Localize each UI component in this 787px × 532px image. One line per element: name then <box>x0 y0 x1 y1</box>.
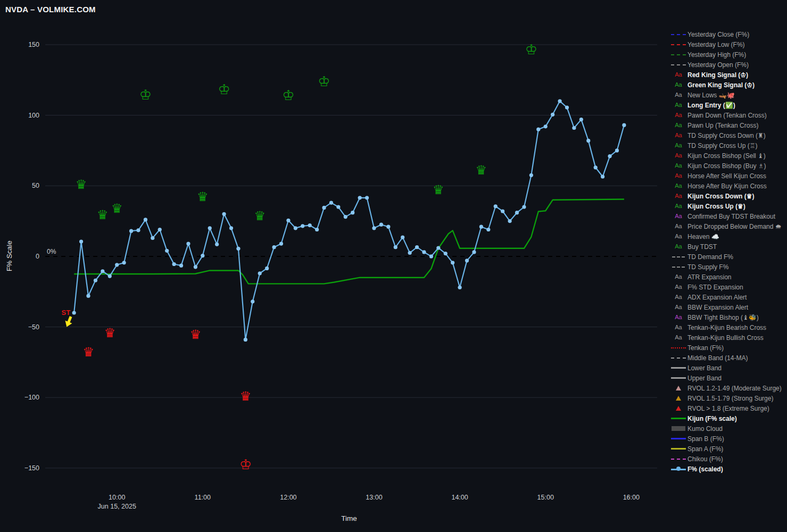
legend-item-4[interactable]: AaRed King Signal (♔) <box>669 70 787 80</box>
f-percent-marker <box>386 225 390 229</box>
legend-item-1[interactable]: Yesterday Low (F%) <box>669 39 787 49</box>
red-queen-marker: ♛ <box>82 345 94 360</box>
legend-item-21[interactable]: AaBuy TDST <box>669 242 787 252</box>
f-percent-marker <box>472 250 476 254</box>
legend-item-31[interactable]: Tenkan (F%) <box>669 343 787 353</box>
legend-item-14[interactable]: AaHorse After Sell Kijun Cross <box>669 171 787 181</box>
legend-item-label: New Lows 🛶🐙 <box>687 92 735 99</box>
green-king-marker: ♔ <box>218 81 230 97</box>
legend-item-label: TD Demand F% <box>687 253 733 261</box>
f-percent-marker <box>494 204 498 208</box>
legend-item-label: Green King Signal (♔) <box>687 81 755 89</box>
legend-swatch-icon <box>669 377 687 379</box>
legend-item-label: Heaven ☁️ <box>687 233 719 240</box>
legend-item-label: F% (scaled) <box>687 466 723 473</box>
legend-swatch-icon: Aa <box>669 244 687 250</box>
legend-swatch-icon <box>669 396 687 401</box>
legend-item-12[interactable]: AaKijun Cross Bishop (Sell ♝) <box>669 151 787 161</box>
x-tick-label: 16:00 <box>623 494 640 501</box>
legend-item-30[interactable]: AaTenkan-Kijun Bullish Cross <box>669 332 787 343</box>
legend-item-39[interactable]: Kumo Cloud <box>669 423 787 434</box>
legend-item-label: Kijun Cross Up (♛) <box>687 203 745 210</box>
y-tick-label: 100 <box>28 112 39 119</box>
legend-item-3[interactable]: Yesterday Open (F%) <box>669 60 787 70</box>
legend-item-35[interactable]: RVOL 1.2-1.49 (Moderate Surge) <box>669 383 787 393</box>
legend-item-37[interactable]: RVOL > 1.8 (Extreme Surge) <box>669 403 787 413</box>
f-percent-marker <box>486 228 490 231</box>
green-king-marker: ♔ <box>139 87 152 103</box>
legend-item-34[interactable]: Upper Band <box>669 373 787 383</box>
legend-swatch-icon: Aa <box>669 102 687 108</box>
legend-item-29[interactable]: AaTenkan-Kijun Bearish Cross <box>669 322 787 332</box>
legend-item-20[interactable]: AaHeaven ☁️ <box>669 231 787 242</box>
legend-item-15[interactable]: AaHorse After Buy Kijun Cross <box>669 181 787 191</box>
y-tick-label: −150 <box>24 464 39 472</box>
f-percent-marker <box>186 242 190 245</box>
f-percent-marker <box>115 263 119 267</box>
legend-swatch-icon: Aa <box>669 92 687 98</box>
legend-item-28[interactable]: AaBBW Tight Bishop (♝🐝) <box>669 312 787 322</box>
legend-item-26[interactable]: AaADX Expansion Alert <box>669 292 787 302</box>
legend: Yesterday Close (F%)Yesterday Low (F%)Ye… <box>669 29 787 474</box>
legend-item-22[interactable]: TD Demand F% <box>669 252 787 262</box>
legend-item-9[interactable]: AaPawn Up (Tenkan Cross) <box>669 120 787 130</box>
legend-item-17[interactable]: AaKijun Cross Up (♛) <box>669 201 787 211</box>
green-king-marker: ♔ <box>282 87 294 103</box>
legend-item-label: Span B (F%) <box>687 435 724 443</box>
legend-item-label: Pawn Up (Tenkan Cross) <box>687 122 758 129</box>
f-percent-marker <box>601 174 604 178</box>
green-queen-marker: ♛ <box>197 189 209 204</box>
legend-item-label: Pawn Down (Tenkan Cross) <box>687 112 767 119</box>
red-queen-marker: ♛ <box>190 327 202 342</box>
f-percent-marker <box>436 246 440 250</box>
f-percent-marker <box>372 226 376 230</box>
legend-item-27[interactable]: AaBBW Expansion Alert <box>669 302 787 312</box>
legend-item-0[interactable]: Yesterday Close (F%) <box>669 29 787 39</box>
legend-item-2[interactable]: Yesterday High (F%) <box>669 49 787 60</box>
x-axis-title: Time <box>341 514 357 522</box>
legend-swatch-icon <box>669 448 687 450</box>
legend-item-5[interactable]: AaGreen King Signal (♔) <box>669 80 787 90</box>
legend-item-7[interactable]: AaLong Entry (✅) <box>669 100 787 110</box>
legend-swatch-icon: Aa <box>669 304 687 310</box>
legend-item-42[interactable]: Chikou (F%) <box>669 454 787 464</box>
legend-item-33[interactable]: Lower Band <box>669 363 787 373</box>
legend-item-43[interactable]: F% (scaled) <box>669 464 787 474</box>
legend-item-40[interactable]: Span B (F%) <box>669 434 787 444</box>
f-percent-marker <box>208 226 212 230</box>
legend-item-16[interactable]: AaKijun Cross Down (♛) <box>669 191 787 201</box>
legend-item-label: Yesterday High (F%) <box>687 51 746 59</box>
legend-item-32[interactable]: Middle Band (14-MA) <box>669 353 787 363</box>
legend-item-label: Kumo Cloud <box>687 425 723 433</box>
legend-item-10[interactable]: AaTD Supply Cross Down (♜) <box>669 130 787 140</box>
legend-item-36[interactable]: RVOL 1.5-1.79 (Strong Surge) <box>669 393 787 403</box>
legend-item-19[interactable]: AaPrice Dropped Below Demand 🌧 <box>669 221 787 231</box>
f-percent-marker <box>94 278 97 282</box>
legend-item-38[interactable]: Kijun (F% scale) <box>669 413 787 423</box>
legend-swatch-icon <box>669 54 687 55</box>
legend-swatch-icon <box>669 386 687 390</box>
legend-item-8[interactable]: AaPawn Down (Tenkan Cross) <box>669 110 787 120</box>
legend-item-25[interactable]: AaF% STD Expansion <box>669 282 787 292</box>
legend-swatch-icon <box>669 466 687 472</box>
zero-line-label: 0% <box>47 248 56 255</box>
legend-swatch-icon <box>669 347 687 348</box>
legend-item-11[interactable]: AaTD Supply Cross Up (♖) <box>669 140 787 151</box>
legend-item-label: Middle Band (14-MA) <box>687 354 748 362</box>
f-percent-marker <box>515 211 519 214</box>
f-percent-marker <box>336 205 340 209</box>
legend-item-13[interactable]: AaKijun Cross Bishop (Buy ♗) <box>669 161 787 171</box>
legend-item-18[interactable]: AaConfirmed Buy TDST Breakout <box>669 211 787 221</box>
f-percent-marker <box>401 235 404 239</box>
legend-item-41[interactable]: Span A (F%) <box>669 444 787 454</box>
legend-swatch-icon: Aa <box>669 122 687 128</box>
y-tick-label: 150 <box>28 41 39 48</box>
legend-item-23[interactable]: TD Supply F% <box>669 262 787 272</box>
legend-item-label: TD Supply Cross Up (♖) <box>687 142 757 149</box>
legend-item-6[interactable]: AaNew Lows 🛶🐙 <box>669 90 787 100</box>
x-tick-label: 12:00 <box>280 494 296 501</box>
legend-item-label: Kijun (F% scale) <box>687 415 737 422</box>
legend-item-label: Lower Band <box>687 364 722 372</box>
legend-item-label: ATR Expansion <box>687 273 731 281</box>
legend-item-24[interactable]: AaATR Expansion <box>669 272 787 282</box>
